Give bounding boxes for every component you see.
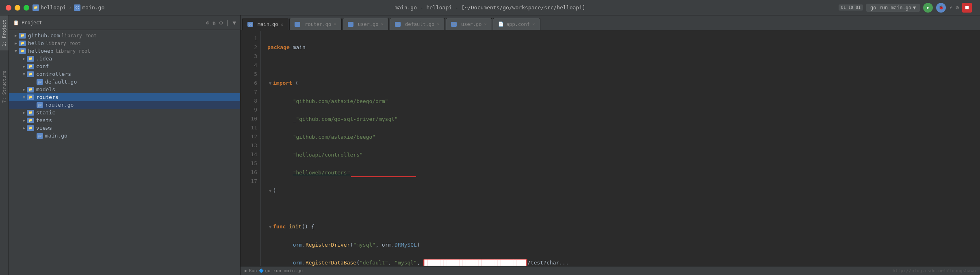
tab-file-icon: go [247,22,253,27]
tree-item-helloweb[interactable]: ▼ 📁 helloweb library root [9,47,240,55]
arrow-expanded-icon: ▼ [21,95,27,99]
chevron-down-icon: ▼ [913,5,916,11]
run-config-selector[interactable]: go run main.go ▼ [866,4,920,12]
tab-close-icon[interactable]: ✕ [281,22,284,27]
arrow-collapsed-icon: ▶ [21,126,27,130]
folder-icon: 📁 [27,118,34,123]
minimize-button[interactable] [15,5,20,11]
tree-item-static[interactable]: ▶ 📁 static [9,109,240,116]
pin-icon[interactable]: | [226,19,229,26]
run-config-label: go run main.go [265,268,303,273]
code-line-3: ▼import ( [267,79,973,88]
go-file-icon: 🔷 [259,269,264,273]
tab-app-conf[interactable]: 📄 app.conf ✕ [493,18,540,30]
tab-file-icon: go [295,22,300,27]
tab-label: router.go [305,21,331,27]
folder-icon: 📁 [27,71,34,77]
folder-icon: 📁 [19,41,26,46]
profile-button[interactable]: ⚙ [956,4,959,11]
tab-main-go[interactable]: go main.go ✕ [242,18,288,30]
project-label: Project [22,20,42,26]
tree-item-conf[interactable]: ▶ 📁 conf [9,62,240,70]
debug-button[interactable]: 🐞 [936,3,946,13]
tree-item-hello[interactable]: ▶ 📁 hello library root [9,39,240,47]
run-button[interactable]: ▶ [923,3,933,13]
tree-item-tests[interactable]: ▶ 📁 tests [9,116,240,124]
tab-file-icon: go [348,22,353,27]
code-line-6: "github.com/astaxie/beego" [267,133,973,142]
stop-icon [965,6,969,9]
code-line-2 [267,61,973,70]
code-line-1: package main [267,43,973,52]
tab-close-icon[interactable]: ✕ [437,21,440,27]
settings-icon[interactable]: ⚙ [219,19,223,26]
run-icon: ▶ [245,268,247,273]
code-line-5: _"github.com/go-sql-driver/mysql" [267,115,973,124]
folder-icon: 📁 [27,95,34,100]
breadcrumb: 📁 helloapi › go main.go [33,4,104,11]
tree-item-controllers[interactable]: ▼ 📁 controllers [9,70,240,78]
code-line-10 [267,204,973,213]
tab-close-icon[interactable]: ✕ [381,21,384,27]
code-line-11: ▼func init() { [267,222,973,232]
stop-button[interactable] [962,3,972,13]
expand-icon[interactable]: ⇅ [212,19,216,26]
tree-item-models[interactable]: ▶ 📁 models [9,86,240,93]
tab-label: app.conf [506,21,530,27]
tree-item-router-go[interactable]: ▶ go router.go [9,101,240,109]
close-button[interactable] [6,5,11,11]
folder-icon: 📁 [19,48,26,54]
tab-router-go[interactable]: go router.go ✕ [289,18,342,30]
tree-label: models [36,86,55,92]
arrow-collapsed-icon: ▶ [21,56,27,61]
tree-item-default-go[interactable]: ▶ go default.go [9,78,240,86]
breadcrumb-file[interactable]: go main.go [74,4,104,11]
tree-item-routers[interactable]: ▼ 📁 routers [9,93,240,101]
maximize-button[interactable] [24,5,29,11]
arrow-collapsed-icon: ▶ [13,33,19,38]
tab-label: user.go [461,21,482,27]
sidebar-item-structure[interactable]: 7: Structure [0,67,9,107]
breadcrumb-project[interactable]: 📁 helloapi [33,4,66,11]
sidebar-item-project[interactable]: 1: Project [0,15,9,50]
tree-item-main-go[interactable]: ▶ go main.go [9,132,240,140]
collapse-all-icon[interactable]: ⊕ [206,19,209,26]
tab-file-icon: 📄 [498,21,504,27]
folder-icon: 📁 [27,87,34,92]
tree-label: conf [36,63,49,69]
arrow-collapsed-icon: ▶ [21,118,27,122]
code-line-8: "helloweb/routers" [267,168,973,177]
watermark: http://blog.csdn.net/loongshawn [893,268,976,273]
project-icon: 📋 [13,20,19,26]
code-editor[interactable]: 1 2 3 4 5 6 7 8 9 10 11 12 13 14 15 16 1… [241,31,980,266]
editor-area: go main.go ✕ go router.go ✕ go user.go ✕… [241,15,980,275]
line-numbers: 1 2 3 4 5 6 7 8 9 10 11 12 13 14 15 16 1… [241,31,261,266]
coverage-button[interactable]: ⚡ [949,4,952,11]
tree-item-idea[interactable]: ▶ 📁 .idea [9,55,240,62]
status-bar-left: ▶ Run 🔷 go run main.go [245,268,303,273]
folder-icon: 📁 [27,56,34,62]
panel-tools: ⊕ ⇅ ⚙ | ▼ [206,19,236,26]
tree-annotation: library root [46,41,81,46]
tab-close-icon[interactable]: ✕ [334,21,336,27]
tab-close-icon[interactable]: ✕ [532,21,535,27]
chevron-down-icon[interactable]: ▼ [233,19,236,26]
window-title: main.go - helloapi - [~/Documents/go/wor… [395,4,585,11]
tab-default-go[interactable]: go default.go ✕ [390,18,445,30]
code-line-13: orm.RegisterDataBase("default", "mysql",… [267,258,973,266]
code-text[interactable]: package main ▼import ( "github.com/astax… [261,31,980,266]
tab-user-go-1[interactable]: go user.go ✕ [343,18,389,30]
tree-label: router.go [45,102,74,108]
run-indicator: ▶ Run 🔷 go run main.go [245,268,303,273]
tree-annotation: library root [61,33,97,39]
digit-display: 01 10 01 [839,4,863,11]
tree-item-github[interactable]: ▶ 📁 github.com library root [9,32,240,39]
tree-item-views[interactable]: ▶ 📁 views [9,124,240,132]
breadcrumb-separator: › [69,4,72,11]
tab-close-icon[interactable]: ✕ [484,21,487,27]
tree-label: views [36,125,52,131]
folder-icon: 📁 [27,125,34,131]
arrow-expanded-icon: ▼ [21,72,27,76]
tab-user-go-2[interactable]: go user.go ✕ [446,18,492,30]
go-file-icon: go [37,133,43,139]
